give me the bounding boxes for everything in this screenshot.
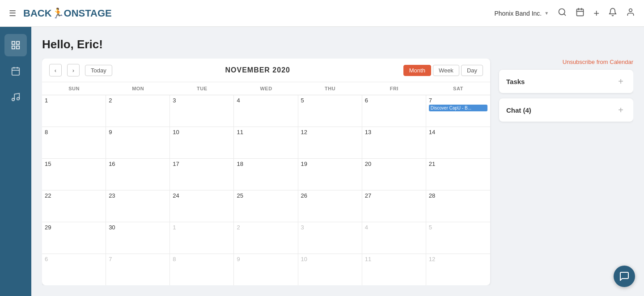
calendar-date: 18 [237,161,295,167]
calendar-cell[interactable]: 11 [234,127,298,158]
calendar-date: 9 [237,256,295,262]
calendar-cell[interactable]: 5 [426,222,490,254]
calendar-cell[interactable]: 27 [362,190,426,222]
brand-name: Phonix Band Inc. [494,10,542,17]
calendar-week-2: 891011121314 [42,127,490,159]
calendar-cell[interactable]: 25 [234,190,298,222]
calendar-cell[interactable]: 15 [42,159,106,190]
svg-line-1 [564,14,566,16]
calendar-cell[interactable]: 29 [42,222,106,254]
calendar-date: 21 [429,161,487,167]
calendar-date: 5 [429,224,487,231]
next-month-button[interactable]: › [67,64,80,76]
calendar-cell[interactable]: 19 [298,159,362,190]
svg-rect-7 [12,42,15,44]
calendar-cell[interactable]: 11 [362,254,426,285]
calendar-week-6: 6789101112 [42,254,490,285]
day-view-button[interactable]: Day [461,65,483,76]
calendar-cell[interactable]: 18 [234,159,298,190]
chat-section-header[interactable]: Chat (4) + [499,98,633,122]
svg-point-15 [12,98,15,101]
calendar-cell[interactable]: 17 [170,159,234,190]
brand-selector[interactable]: Phonix Band Inc. ▼ [494,10,549,17]
calendar-cell[interactable]: 10 [170,127,234,158]
calendar-cell[interactable]: 1 [42,95,106,127]
week-view-button[interactable]: Week [433,65,459,76]
day-header-fri: FRI [362,82,426,95]
day-header-sat: SAT [426,82,490,95]
calendar-cell[interactable]: 4 [362,222,426,254]
calendar-cell[interactable]: 7Discover CapU - B... [426,95,490,127]
calendar-cell[interactable]: 8 [42,127,106,158]
calendar-week-4: 22232425262728 [42,190,490,222]
add-icon[interactable]: + [593,8,599,19]
calendar-cell[interactable]: 6 [42,254,106,285]
calendar-date: 10 [173,129,231,135]
calendar-cell[interactable]: 28 [426,190,490,222]
calendar-cell[interactable]: 13 [362,127,426,158]
calendar-cell[interactable]: 12 [426,254,490,285]
chat-fab[interactable] [614,266,635,287]
calendar-cell[interactable]: 21 [426,159,490,190]
calendar-date: 6 [365,97,423,104]
search-icon[interactable] [558,8,567,19]
calendar-cell[interactable]: 22 [42,190,106,222]
calendar-cell[interactable]: 16 [106,159,170,190]
calendar-cell[interactable]: 9 [106,127,170,158]
calendar-cell[interactable]: 2 [234,222,298,254]
calendar-cell[interactable]: 4 [234,95,298,127]
bell-icon[interactable] [608,8,617,19]
sidebar-item-calendar[interactable] [4,60,27,82]
chat-add-button[interactable]: + [615,105,626,115]
calendar-cell[interactable]: 20 [362,159,426,190]
calendar-cell[interactable]: 6 [362,95,426,127]
calendar-cell[interactable]: 2 [106,95,170,127]
calendar-cell[interactable]: 23 [106,190,170,222]
calendar-cell[interactable]: 14 [426,127,490,158]
calendar-date: 24 [173,192,231,199]
calendar-cell[interactable]: 3 [298,222,362,254]
day-header-tue: TUE [170,82,234,95]
sidebar-item-dashboard[interactable] [4,34,27,56]
calendar-nav-icon[interactable] [576,8,585,19]
user-icon[interactable] [626,8,635,19]
logo: BACK 🏃 ONSTAGE [23,8,112,19]
calendar-date: 14 [429,129,487,135]
calendar-cell[interactable]: 9 [234,254,298,285]
calendar-cell[interactable]: 5 [298,95,362,127]
calendar-week-1: 1234567Discover CapU - B... [42,95,490,127]
sidebar-item-music[interactable] [4,86,27,108]
topnav-right: Phonix Band Inc. ▼ + [494,8,635,19]
logo-emoji: 🏃 [52,8,64,19]
main-content: Hello, Eric! ‹ › Today NOVEMBER 2020 Mon… [31,27,644,296]
prev-month-button[interactable]: ‹ [49,64,62,76]
calendar-date: 30 [109,224,167,231]
calendar-cell[interactable]: 10 [298,254,362,285]
calendar-cell[interactable]: 1 [170,222,234,254]
calendar-week-3: 15161718192021 [42,159,490,190]
calendar-date: 22 [45,192,103,199]
content-row: ‹ › Today NOVEMBER 2020 Month Week Day S… [42,59,633,285]
tasks-add-button[interactable]: + [615,76,626,87]
tasks-section-header[interactable]: Tasks + [499,70,633,93]
calendar-cell[interactable]: 24 [170,190,234,222]
calendar-cell[interactable]: 8 [170,254,234,285]
svg-rect-8 [17,42,19,44]
hamburger-icon[interactable]: ☰ [9,8,16,18]
calendar-cell[interactable]: 12 [298,127,362,158]
day-header-thu: THU [298,82,362,95]
month-view-button[interactable]: Month [403,65,431,76]
calendar-cell[interactable]: 3 [170,95,234,127]
calendar-date: 29 [45,224,103,231]
tasks-title: Tasks [506,78,525,85]
calendar-date: 2 [109,97,167,104]
calendar-event[interactable]: Discover CapU - B... [429,105,487,111]
unsubscribe-link[interactable]: Unsubscribe from Calendar [499,59,633,65]
calendar-cell[interactable]: 26 [298,190,362,222]
calendar-week-5: 293012345 [42,222,490,254]
today-button[interactable]: Today [85,65,112,76]
day-header-mon: MON [106,82,170,95]
day-header-wed: WED [234,82,298,95]
calendar-cell[interactable]: 30 [106,222,170,254]
calendar-cell[interactable]: 7 [106,254,170,285]
